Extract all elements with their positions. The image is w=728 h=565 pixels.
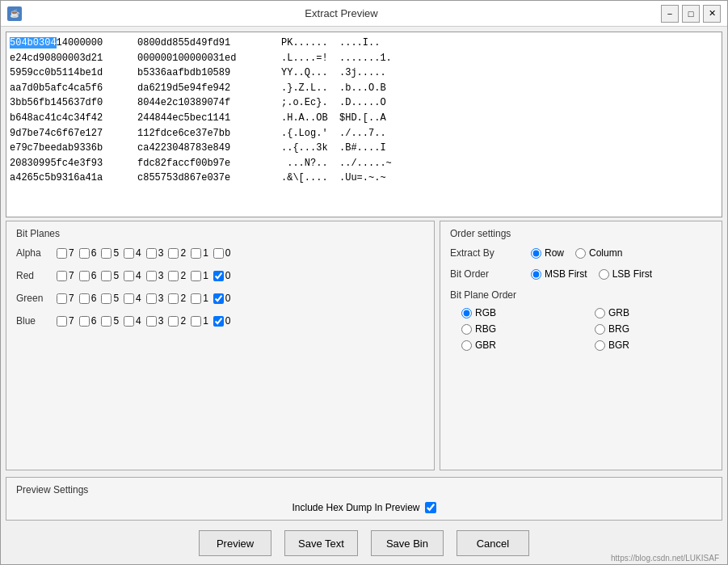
bit-checkbox-alpha-2[interactable] — [168, 248, 179, 259]
bit-order-option[interactable]: LSB First — [599, 268, 652, 280]
bit-checkbox-blue-6[interactable] — [79, 316, 90, 327]
preview-text-area[interactable]: 504b0304140000000800dd855d49fd91PK......… — [6, 32, 722, 217]
bit-check-item: 3 — [146, 315, 164, 327]
content-area: 504b0304140000000800dd855d49fd91PK......… — [1, 27, 727, 524]
bit-checkbox-green-7[interactable] — [57, 293, 67, 304]
bit-checkbox-alpha-6[interactable] — [79, 248, 90, 259]
bit-checkbox-red-6[interactable] — [79, 271, 90, 281]
bit-plane-label: RGB — [475, 307, 496, 318]
bit-checkbox-red-0[interactable] — [213, 271, 224, 281]
preview-settings-row: Include Hex Dump In Preview — [16, 502, 712, 513]
bit-check-item: 3 — [146, 293, 164, 304]
bit-check-item: 1 — [191, 270, 208, 281]
bit-number: 6 — [91, 293, 97, 304]
bit-checkbox-alpha-3[interactable] — [146, 248, 157, 259]
bit-plane-option[interactable]: GBR — [461, 339, 579, 351]
bit-plane-option[interactable]: BGR — [595, 339, 712, 351]
bit-checkbox-blue-2[interactable] — [168, 316, 179, 327]
bit-checkbox-green-1[interactable] — [191, 293, 201, 304]
bit-checkbox-red-7[interactable] — [57, 271, 67, 281]
bit-checkbox-red-2[interactable] — [168, 271, 179, 281]
bit-plane-option[interactable]: RBG — [461, 323, 579, 335]
bit-checkbox-blue-7[interactable] — [57, 316, 67, 327]
include-hex-label[interactable]: Include Hex Dump In Preview — [292, 502, 436, 513]
hex-addr: 20830995fc4e3f93 — [10, 156, 131, 171]
minimize-button[interactable]: − — [661, 5, 679, 23]
extract-by-label-row: Row — [545, 247, 564, 259]
bit-checkbox-red-5[interactable] — [101, 271, 112, 281]
hex-ascii: .H.A..OB $HD.[..A — [281, 111, 386, 126]
bit-checkbox-alpha-0[interactable] — [213, 248, 224, 259]
bit-checkbox-red-4[interactable] — [124, 271, 134, 281]
bit-checkbox-blue-1[interactable] — [191, 316, 201, 327]
bit-plane-option[interactable]: BRG — [595, 323, 712, 335]
channel-label: Red — [16, 270, 53, 281]
hex-data: ca4223048783e849 — [137, 141, 275, 156]
hex-data: 000000100000031ed — [137, 51, 275, 66]
bit-plane-radio-rgb[interactable] — [461, 308, 472, 318]
bit-checkbox-blue-5[interactable] — [101, 316, 112, 327]
bit-number: 5 — [113, 247, 119, 259]
hex-addr: aa7d0b5afc4ca5f6 — [10, 81, 131, 96]
bit-checkbox-green-3[interactable] — [146, 293, 157, 304]
bit-check-group: 76543210 — [57, 315, 231, 327]
bit-checkbox-alpha-7[interactable] — [57, 248, 67, 259]
bit-checkbox-red-3[interactable] — [146, 271, 157, 281]
bit-checkbox-blue-4[interactable] — [124, 316, 134, 327]
bit-checkbox-green-2[interactable] — [168, 293, 179, 304]
bit-check-item: 6 — [79, 293, 97, 304]
bit-check-item: 7 — [57, 270, 74, 281]
bit-number: 3 — [158, 315, 164, 327]
bit-check-item: 3 — [146, 247, 164, 259]
bit-plane-radio-bgr[interactable] — [595, 340, 605, 351]
bit-order-option[interactable]: MSB First — [531, 268, 587, 280]
bit-order-radio-lsb-first[interactable] — [599, 269, 609, 280]
bit-number: 5 — [113, 315, 119, 327]
extract-by-option[interactable]: Column — [575, 247, 622, 259]
preview-line: 504b0304140000000800dd855d49fd91PK......… — [10, 36, 718, 51]
bit-check-item: 2 — [168, 315, 186, 327]
bit-number: 4 — [136, 315, 141, 327]
save-bin-button[interactable]: Save Bin — [371, 530, 444, 556]
extract-by-option[interactable]: Row — [531, 247, 564, 259]
window-title: Extract Preview — [22, 7, 661, 19]
bit-plane-label: RBG — [475, 323, 496, 335]
cancel-button[interactable]: Cancel — [457, 530, 529, 556]
include-hex-text: Include Hex Dump In Preview — [292, 502, 419, 513]
extract-by-radio-column[interactable] — [575, 248, 586, 259]
bit-checkbox-green-4[interactable] — [124, 293, 134, 304]
bit-plane-radio-brg[interactable] — [595, 324, 605, 335]
maximize-button[interactable]: □ — [682, 5, 700, 23]
extract-by-radio-row[interactable] — [531, 248, 541, 259]
preview-line: aa7d0b5afc4ca5f6da6219d5e94fe942.}.Z.L..… — [10, 81, 718, 96]
bit-checkbox-alpha-5[interactable] — [101, 248, 112, 259]
bit-checkbox-green-5[interactable] — [101, 293, 112, 304]
bit-plane-option[interactable]: RGB — [461, 307, 579, 318]
bit-checkbox-green-6[interactable] — [79, 293, 90, 304]
include-hex-checkbox[interactable] — [425, 502, 436, 513]
bit-plane-radio-rbg[interactable] — [461, 324, 472, 335]
preview-button[interactable]: Preview — [199, 530, 271, 556]
bit-checkbox-alpha-1[interactable] — [191, 248, 201, 259]
bit-checkbox-green-0[interactable] — [213, 293, 224, 304]
bit-check-item: 7 — [57, 315, 74, 327]
app-icon: ☕ — [7, 6, 22, 21]
bit-checkbox-blue-0[interactable] — [213, 316, 224, 327]
preview-settings-title: Preview Settings — [16, 484, 712, 495]
bit-plane-label: BRG — [608, 323, 629, 335]
bit-number: 7 — [69, 293, 74, 304]
bit-plane-option[interactable]: GRB — [595, 307, 712, 318]
save-text-button[interactable]: Save Text — [284, 530, 358, 556]
bit-plane-radio-gbr[interactable] — [461, 340, 472, 351]
close-button[interactable]: ✕ — [703, 5, 721, 23]
bit-number: 4 — [136, 270, 141, 281]
bit-checkbox-alpha-4[interactable] — [124, 248, 134, 259]
bit-plane-order-section: Bit Plane Order RGBGRBRBGBRGGBRBGR — [450, 289, 712, 351]
bit-checkbox-blue-3[interactable] — [146, 316, 157, 327]
bit-plane-radio-grb[interactable] — [595, 308, 605, 318]
bit-check-item: 1 — [191, 293, 208, 304]
bit-order-radio-msb-first[interactable] — [531, 269, 541, 280]
hex-addr: e79c7beedab9336b — [10, 141, 131, 156]
hex-addr: a4265c5b9316a41a — [10, 171, 131, 186]
bit-checkbox-red-1[interactable] — [191, 271, 201, 281]
